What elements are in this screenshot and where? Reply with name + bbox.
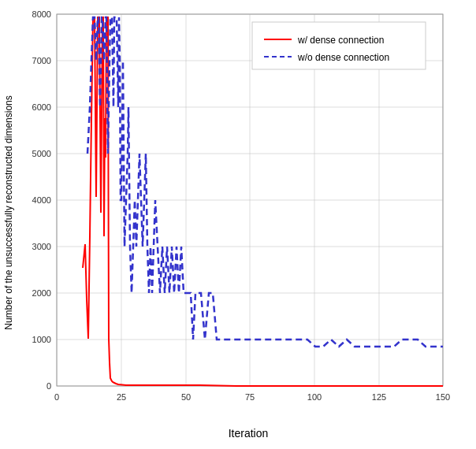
- chart-container: Number of the unsuccessfully reconstruct…: [0, 0, 476, 449]
- y-tick-1000: 1000: [32, 335, 51, 344]
- y-tick-6000: 6000: [32, 102, 51, 112]
- y-axis-label: Number of the unsuccessfully reconstruct…: [3, 95, 14, 329]
- y-tick-4000: 4000: [32, 195, 51, 205]
- y-tick-7000: 7000: [32, 56, 51, 65]
- y-tick-0: 0: [46, 381, 51, 391]
- x-tick-0: 0: [54, 392, 59, 402]
- y-tick-8000: 8000: [32, 9, 51, 19]
- x-tick-50: 50: [181, 392, 191, 402]
- y-tick-2000: 2000: [32, 288, 51, 298]
- x-axis-label: Iteration: [229, 427, 269, 440]
- legend-red-label: w/ dense connection: [297, 35, 384, 46]
- legend-blue-label: w/o dense connection: [297, 52, 389, 63]
- x-tick-100: 100: [307, 392, 322, 402]
- x-tick-150: 150: [436, 392, 450, 402]
- x-tick-75: 75: [245, 392, 255, 402]
- x-tick-125: 125: [372, 392, 386, 402]
- y-tick-5000: 5000: [32, 149, 51, 158]
- y-tick-3000: 3000: [32, 242, 51, 251]
- x-tick-25: 25: [117, 392, 126, 402]
